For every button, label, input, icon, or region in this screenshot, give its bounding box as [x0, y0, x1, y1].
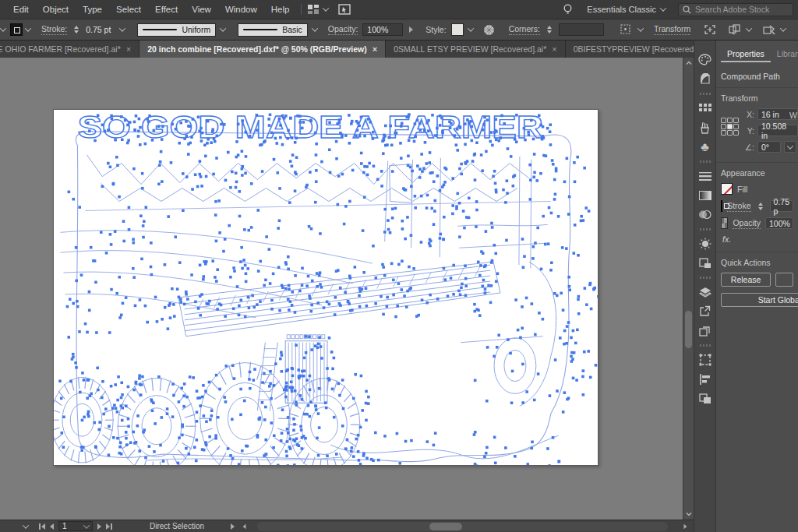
style-swatch[interactable]	[451, 23, 464, 36]
brush-chevron-icon[interactable]	[312, 25, 318, 31]
workspace-layout-icon[interactable]	[306, 2, 320, 16]
stroke-weight-label[interactable]: Stroke:	[41, 24, 67, 35]
live-paint-chevron-icon[interactable]	[780, 25, 786, 31]
doc-tab-bifesty-preview[interactable]: 0BIFESTYPREVIEW [Recovered].ai* ×	[566, 41, 694, 58]
canvas-pasteboard[interactable]: SO GOD MADE A FARMER	[0, 58, 683, 520]
menu-effect[interactable]: Effect	[148, 5, 185, 14]
panel-stroke-stepper[interactable]	[758, 203, 763, 210]
isolate-chevron-icon[interactable]	[637, 25, 644, 31]
shape-builder-chevron-icon[interactable]	[746, 25, 752, 31]
control-overflow-chevron-icon[interactable]	[0, 25, 6, 31]
status-menu-arrow-icon[interactable]	[231, 523, 235, 530]
stroke-panel-icon[interactable]	[696, 166, 715, 185]
panel-opacity-field[interactable]: 100%	[765, 217, 793, 229]
hscroll-left-arrow-icon[interactable]	[243, 523, 246, 528]
transform-link[interactable]: Transform	[654, 24, 690, 35]
combine-harvester-artwork[interactable]: SO GOD MADE A FARMER	[54, 110, 598, 465]
width-profile-chevron-icon[interactable]	[220, 25, 226, 31]
horizontal-scroll-thumb[interactable]	[429, 523, 462, 530]
free-transform-icon[interactable]	[703, 23, 717, 37]
align-panel-icon[interactable]	[696, 369, 715, 389]
release-button[interactable]: Release	[721, 273, 771, 287]
live-paint-icon[interactable]	[762, 23, 776, 37]
workspace-layout-chevron-icon[interactable]	[323, 5, 329, 11]
reference-point-locator[interactable]	[721, 118, 739, 157]
corners-label[interactable]: Corners:	[509, 24, 540, 35]
lightbulb-icon[interactable]	[560, 2, 574, 16]
dock-group-grip[interactable]	[700, 344, 711, 347]
rotation-angle-field[interactable]: 0°	[757, 141, 781, 153]
brush-dropdown[interactable]: Basic	[238, 23, 308, 37]
gradient-panel-icon[interactable]	[696, 185, 715, 205]
doc-tab-ohio-farmer[interactable]: ADE OHIO FARMER [Recovered].ai* ×	[0, 41, 139, 58]
color-guide-panel-icon[interactable]	[696, 69, 715, 89]
menu-window[interactable]: Window	[218, 5, 264, 14]
shape-builder-icon[interactable]	[728, 23, 742, 37]
tab-close-icon[interactable]: ×	[552, 44, 556, 54]
previous-artboard-button[interactable]	[50, 523, 54, 530]
panel-opacity-label[interactable]: Opacity	[733, 218, 761, 229]
dock-group-grip[interactable]	[700, 160, 711, 163]
dock-group-grip[interactable]	[700, 277, 711, 279]
scroll-down-icon[interactable]	[686, 511, 692, 517]
artboard-number-field[interactable]: 1	[58, 521, 93, 531]
stroke-weight-stepper[interactable]	[74, 26, 79, 33]
opacity-label[interactable]: Opacity:	[328, 24, 358, 35]
swatches-panel-icon[interactable]	[696, 98, 715, 118]
style-chevron-icon[interactable]	[467, 25, 473, 31]
stroke-weight-value[interactable]: 0.75 pt	[86, 25, 125, 34]
export-panel-icon[interactable]	[696, 301, 715, 321]
tab-close-icon[interactable]: ×	[126, 44, 131, 54]
color-panel-icon[interactable]	[696, 50, 715, 69]
menu-edit[interactable]: Edit	[6, 5, 36, 14]
artboard[interactable]: SO GOD MADE A FARMER	[53, 109, 598, 466]
pathfinder-panel-icon[interactable]	[696, 389, 715, 408]
isolate-selection-icon[interactable]	[620, 23, 634, 37]
vertical-scrollbar[interactable]	[683, 58, 694, 520]
layers-panel-icon[interactable]	[696, 282, 715, 301]
stroke-label[interactable]: Stroke	[727, 201, 750, 212]
transform-panel-icon[interactable]	[696, 350, 715, 369]
rotation-angle-dropdown[interactable]	[784, 141, 796, 153]
appearance-panel-icon[interactable]	[696, 234, 715, 253]
width-profile-dropdown[interactable]: Uniform	[137, 23, 216, 37]
horizontal-scrollbar[interactable]	[257, 522, 668, 531]
opacity-arrow-icon[interactable]	[409, 26, 413, 33]
arrange-documents-icon[interactable]	[337, 2, 351, 16]
tab-close-icon[interactable]: ×	[373, 44, 377, 54]
hscroll-right-arrow-icon[interactable]	[684, 523, 687, 528]
doc-tab-small-etsy-preview[interactable]: 0SMALL ETSY PREVIEW [Recovered].ai* ×	[386, 41, 566, 58]
next-artboard-button[interactable]	[97, 523, 101, 530]
artboards-panel-icon[interactable]	[696, 321, 715, 340]
opacity-field[interactable]: 100%	[362, 23, 403, 36]
vertical-scroll-thumb[interactable]	[685, 311, 692, 348]
panel-stroke-field[interactable]: 0.75 p	[770, 200, 793, 212]
fill-stroke-indicator[interactable]	[10, 23, 30, 36]
scroll-up-icon[interactable]	[686, 60, 692, 66]
dock-group-grip[interactable]	[700, 93, 711, 95]
corners-field[interactable]	[559, 23, 604, 36]
search-input[interactable]	[695, 5, 787, 14]
first-artboard-button[interactable]	[39, 523, 45, 530]
y-field[interactable]: 10.508 in	[757, 125, 798, 136]
menu-help[interactable]: Help	[264, 5, 297, 14]
fill-none-swatch[interactable]	[721, 183, 733, 195]
menu-type[interactable]: Type	[76, 5, 109, 14]
recolor-artwork-icon[interactable]	[482, 23, 496, 37]
menu-select[interactable]: Select	[109, 5, 148, 14]
menu-object[interactable]: Object	[36, 5, 76, 14]
adobe-stock-search[interactable]	[678, 3, 793, 16]
tab-libraries[interactable]: Libraries	[771, 47, 798, 62]
menu-view[interactable]: View	[185, 5, 218, 14]
stroke-color-swatch[interactable]	[721, 200, 722, 212]
last-artboard-button[interactable]	[106, 523, 112, 530]
transparency-panel-icon[interactable]	[696, 205, 715, 224]
corners-stepper[interactable]	[547, 26, 552, 33]
start-global-edit-button[interactable]: Start Global E	[721, 293, 798, 307]
symbols-panel-icon[interactable]: ♣	[696, 137, 715, 157]
cropped-quick-action-button[interactable]	[775, 273, 793, 287]
tab-properties[interactable]: Properties	[721, 47, 771, 62]
workspace-switcher[interactable]: Essentials Classic	[582, 3, 670, 16]
doc-tab-20-inch-combine[interactable]: 20 inch combine [Recovered].dxf* @ 50% (…	[139, 41, 386, 58]
zoom-level-dropdown[interactable]	[0, 524, 34, 529]
